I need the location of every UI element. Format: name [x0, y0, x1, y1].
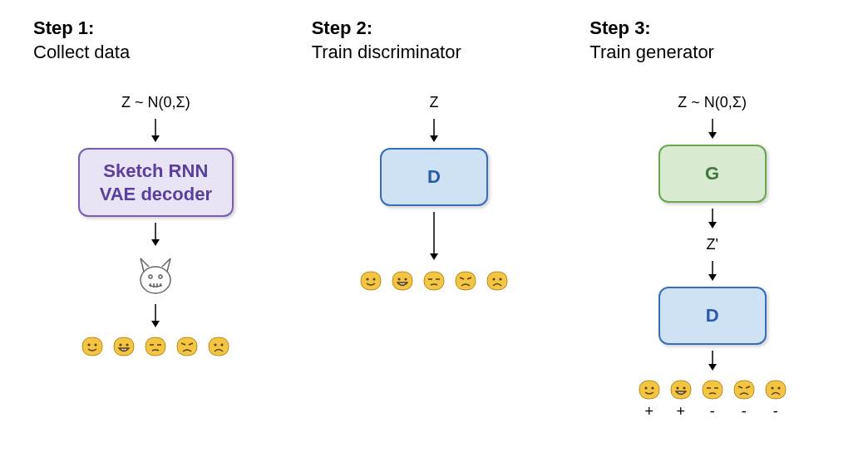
symbols-row: + + - - - [589, 403, 835, 420]
faces-row-2 [358, 269, 510, 292]
happy-face-icon [637, 378, 662, 401]
svg-marker-34 [708, 274, 717, 281]
svg-point-7 [120, 344, 122, 346]
svg-marker-30 [708, 132, 717, 139]
cat-sketch-icon [132, 252, 179, 298]
faces-row-1 [80, 335, 231, 358]
happy-face-icon [358, 269, 383, 292]
svg-point-27 [492, 278, 495, 281]
generator-box: G [658, 145, 767, 203]
svg-point-4 [159, 275, 162, 278]
svg-point-5 [88, 344, 91, 346]
svg-point-46 [771, 387, 773, 390]
svg-point-38 [651, 387, 653, 390]
arrow-icon [426, 119, 442, 142]
arrow-icon [704, 119, 721, 139]
step-3-subtitle: Train generator [589, 42, 714, 62]
faces-row-3 [637, 378, 788, 401]
svg-point-20 [397, 278, 400, 281]
arrow-icon [704, 351, 721, 371]
input-z-2: Z [430, 94, 439, 111]
step-3-title: Step 3: [589, 17, 650, 38]
step-2-column: Step 2: Train discriminator Z D [312, 17, 557, 420]
input-z-3: Z ~ N(0,Σ) [678, 94, 747, 111]
svg-point-15 [221, 344, 224, 346]
svg-point-39 [676, 387, 678, 390]
svg-point-28 [499, 278, 501, 281]
svg-point-47 [777, 387, 780, 390]
svg-point-6 [95, 344, 97, 346]
discriminator-box: D [380, 148, 488, 206]
svg-point-8 [126, 344, 129, 346]
svg-marker-32 [708, 222, 717, 228]
frown-face-icon [175, 335, 200, 358]
step-3-header: Step 3: Train generator [589, 17, 714, 64]
svg-marker-36 [708, 364, 717, 371]
happy-face-icon [80, 335, 105, 358]
svg-point-37 [644, 387, 647, 390]
input-z-1: Z ~ N(0,Σ) [121, 94, 190, 111]
grin-face-icon [111, 335, 136, 358]
svg-marker-17 [430, 253, 438, 260]
symbol-3: - [732, 403, 757, 420]
frown-face-icon [732, 378, 757, 401]
symbol-4: - [763, 403, 788, 420]
sad-face-icon [763, 378, 788, 401]
step-1-subtitle: Collect data [33, 42, 130, 62]
arrow-icon [147, 119, 164, 142]
step-2-title: Step 2: [312, 17, 372, 38]
discriminator-label: D [427, 166, 441, 187]
neutral-face-icon [700, 378, 725, 401]
arrow-icon [147, 223, 164, 246]
sad-face-icon [485, 269, 510, 292]
arrow-icon [147, 304, 164, 327]
symbol-1: + [668, 403, 693, 420]
sad-face-icon [206, 335, 231, 358]
symbol-0: + [637, 403, 662, 420]
step-1-header: Step 1: Collect data [33, 17, 130, 64]
sketch-rnn-label: Sketch RNN VAE decoder [100, 160, 212, 205]
svg-point-40 [683, 387, 685, 390]
svg-point-19 [372, 278, 375, 281]
svg-point-2 [141, 267, 170, 293]
arrow-icon [704, 209, 721, 228]
arrow-icon [704, 261, 721, 281]
svg-point-18 [366, 278, 368, 281]
discriminator-box-3: D [658, 287, 767, 345]
symbol-2: - [700, 403, 725, 420]
step-1-column: Step 1: Collect data Z ~ N(0,Σ) Sketch R… [33, 17, 279, 420]
step-2-subtitle: Train discriminator [312, 42, 461, 62]
sketch-rnn-box: Sketch RNN VAE decoder [78, 148, 234, 217]
frown-face-icon [453, 269, 478, 292]
arrow-icon [426, 212, 442, 262]
svg-point-21 [404, 278, 407, 281]
generator-label: G [705, 163, 719, 184]
step-3-column: Step 3: Train generator Z ~ N(0,Σ) G Z' … [589, 17, 835, 420]
step-2-header: Step 2: Train discriminator [312, 17, 461, 64]
svg-point-14 [215, 344, 217, 346]
neutral-face-icon [422, 269, 446, 292]
neutral-face-icon [143, 335, 168, 358]
discriminator-label-3: D [706, 305, 719, 326]
step-1-title: Step 1: [33, 17, 94, 38]
svg-point-3 [149, 275, 152, 278]
grin-face-icon [668, 378, 693, 401]
grin-face-icon [390, 269, 415, 292]
z-prime-label: Z' [706, 236, 718, 253]
